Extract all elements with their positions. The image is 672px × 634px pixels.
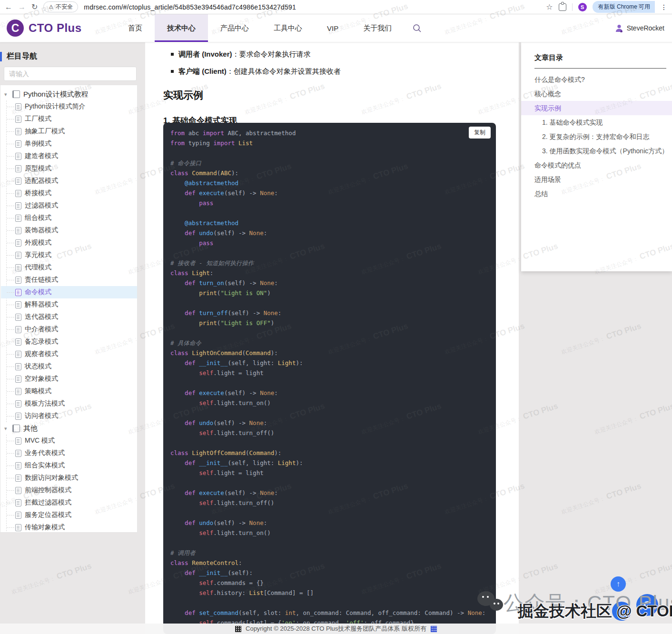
logo-text: CTO Plus [29, 21, 82, 35]
code-line: @abstractmethod [170, 178, 489, 188]
code-line: def undo(self) -> None: [170, 418, 489, 428]
toc-item[interactable]: 实现示例 [521, 101, 672, 115]
document-icon [15, 202, 21, 209]
forward-icon[interactable]: → [18, 3, 26, 11]
sidebar-tree-item[interactable]: 建造者模式 [1, 150, 137, 162]
sidebar-tree-item[interactable]: 解释器模式 [1, 298, 137, 311]
sidebar-tree-item[interactable]: 桥接模式 [1, 187, 137, 199]
sidebar-tree-item[interactable]: 业务代表模式 [1, 447, 137, 459]
username: SteveRocket [627, 24, 664, 32]
browser-menu-icon[interactable]: ⋮ [661, 3, 667, 11]
sidebar-tree-item[interactable]: 适配器模式 [1, 175, 137, 187]
qr-code-icon [431, 626, 437, 632]
code-line: pass [170, 198, 489, 208]
browser-profile-avatar[interactable]: S [578, 3, 587, 11]
sidebar-tree-item[interactable]: 状态模式 [1, 360, 137, 373]
code-line: def __init__(self, light: Light): [170, 458, 489, 468]
security-chip[interactable]: ⚠ 不安全 [43, 1, 78, 12]
caret-down-icon[interactable]: ▾ [4, 426, 9, 432]
toc-item[interactable]: 适用场景 [521, 172, 672, 187]
sidebar-tree-item[interactable]: 模板方法模式 [1, 397, 137, 410]
toc-divider [534, 68, 666, 69]
address-bar[interactable]: mdrsec.com/#/ctoplus_article/54b853e3945… [84, 3, 296, 11]
document-icon [15, 499, 21, 506]
sidebar-tree-item[interactable]: 责任链模式 [1, 274, 137, 286]
document-icon [15, 400, 21, 407]
code-line: self.commands = {} [170, 578, 489, 588]
toc-item[interactable]: 2. 更复杂的示例：支持宏命令和日志 [521, 129, 672, 144]
nav-item[interactable]: 产品中心 [208, 14, 261, 42]
bookmark-star-icon[interactable]: ☆ [546, 3, 553, 11]
section-heading: 实现示例 [163, 89, 519, 102]
sidebar-tree-item[interactable]: 外观模式 [1, 237, 137, 249]
toc-item[interactable]: 1. 基础命令模式实现 [521, 115, 672, 129]
caret-down-icon[interactable]: ▾ [4, 91, 9, 98]
header-search-button[interactable] [404, 14, 430, 42]
sidebar-tree-item[interactable]: 备忘录模式 [1, 336, 137, 348]
sidebar-tree-item[interactable]: 单例模式 [1, 138, 137, 150]
code-line [170, 298, 489, 308]
nav-item[interactable]: 工具中心 [261, 14, 315, 42]
sidebar-tree-item[interactable]: 工厂模式 [1, 113, 137, 125]
code-line: self.light.turn_on() [170, 398, 489, 408]
toc-item[interactable]: 核心概念 [521, 87, 672, 101]
sidebar-tree-item[interactable]: 服务定位器模式 [1, 509, 137, 521]
site-logo[interactable]: C CTO Plus [0, 14, 102, 42]
document-icon [15, 351, 21, 358]
document-icon [15, 512, 21, 519]
toc-item[interactable]: 什么是命令模式? [521, 72, 672, 87]
sidebar-tree-root[interactable]: ▾其他 [0, 422, 137, 435]
divider [572, 3, 573, 11]
book-icon [12, 425, 20, 432]
sidebar-tree-item[interactable]: 拦截过滤器模式 [1, 496, 137, 509]
sidebar-tree-item[interactable]: 装饰器模式 [1, 224, 137, 237]
sidebar-search-input[interactable] [4, 67, 137, 81]
toc-item[interactable]: 总结 [521, 187, 672, 201]
document-icon [15, 301, 21, 308]
sidebar-tree-item[interactable]: 过滤器模式 [1, 199, 137, 212]
code-content[interactable]: from abc import ABC, abstractmethodfrom … [163, 123, 496, 633]
sidebar-tree-item[interactable]: 空对象模式 [1, 373, 137, 385]
wechat-icon [477, 590, 505, 616]
back-icon[interactable]: ← [5, 3, 12, 11]
sidebar-tree-item[interactable]: 访问者模式 [1, 410, 137, 422]
toc-item[interactable]: 命令模式的优点 [521, 158, 672, 172]
code-line: def undo(self) -> None: [170, 518, 489, 528]
sidebar-tree-item[interactable]: 数据访问对象模式 [1, 472, 137, 484]
sidebar-tree-item[interactable]: 组合实体模式 [1, 459, 137, 472]
nav-item[interactable]: 技术中心 [155, 14, 208, 42]
sidebar-tree-item[interactable]: 命令模式 [1, 286, 137, 298]
sidebar-tree-item[interactable]: 中介者模式 [1, 323, 137, 336]
nav-item[interactable]: 关于我们 [351, 14, 404, 42]
code-line: self.light.turn_off() [170, 498, 489, 508]
sidebar-tree-item[interactable]: 策略模式 [1, 385, 137, 397]
sidebar-tree-item[interactable]: 观察者模式 [1, 348, 137, 360]
user-menu[interactable]: SteveRocket [614, 14, 672, 42]
code-block: 复制 from abc import ABC, abstractmethodfr… [163, 123, 496, 634]
extensions-icon[interactable] [559, 3, 566, 11]
sidebar-tree-item[interactable]: 抽象工厂模式 [1, 125, 137, 138]
nav-item[interactable]: VIP [315, 14, 351, 42]
sidebar-tree-item[interactable]: 迭代器模式 [1, 311, 137, 323]
sidebar-tree-item[interactable]: 组合模式 [1, 212, 137, 224]
concept-list: 调用者 (Invoker)：要求命令对象执行请求 客户端 (Client)：创建… [145, 50, 519, 76]
reload-icon[interactable]: ↻ [31, 3, 38, 11]
code-line: # 具体命令 [170, 338, 489, 348]
chrome-update-button[interactable]: 有新版 Chrome 可用 [593, 1, 655, 13]
sidebar-tree-item[interactable]: 代理模式 [1, 261, 137, 274]
code-line: def undo(self) -> None: [170, 228, 489, 238]
document-icon [15, 277, 21, 284]
code-line [170, 208, 489, 218]
nav-item[interactable]: 首页 [116, 14, 155, 42]
sidebar-tree-item[interactable]: Python设计模式简介 [1, 100, 137, 113]
sidebar-tree-root[interactable]: ▾Python设计模式教程 [0, 88, 137, 100]
sidebar-tree-item[interactable]: MVC 模式 [1, 435, 137, 447]
copy-code-button[interactable]: 复制 [469, 127, 491, 139]
toc-list: 什么是命令模式?核心概念实现示例1. 基础命令模式实现2. 更复杂的示例：支持宏… [521, 72, 672, 201]
sidebar-tree-item[interactable]: 享元模式 [1, 249, 137, 261]
sidebar-tree-item[interactable]: 前端控制器模式 [1, 484, 137, 496]
sidebar-tree-item[interactable]: 传输对象模式 [1, 521, 137, 533]
toc-item[interactable]: 3. 使用函数实现命令模式（Pythonic方式） [521, 144, 672, 158]
sidebar-tree-item[interactable]: 原型模式 [1, 162, 137, 175]
sidebar-tree: ▾Python设计模式教程Python设计模式简介工厂模式抽象工厂模式单例模式建… [0, 85, 138, 533]
